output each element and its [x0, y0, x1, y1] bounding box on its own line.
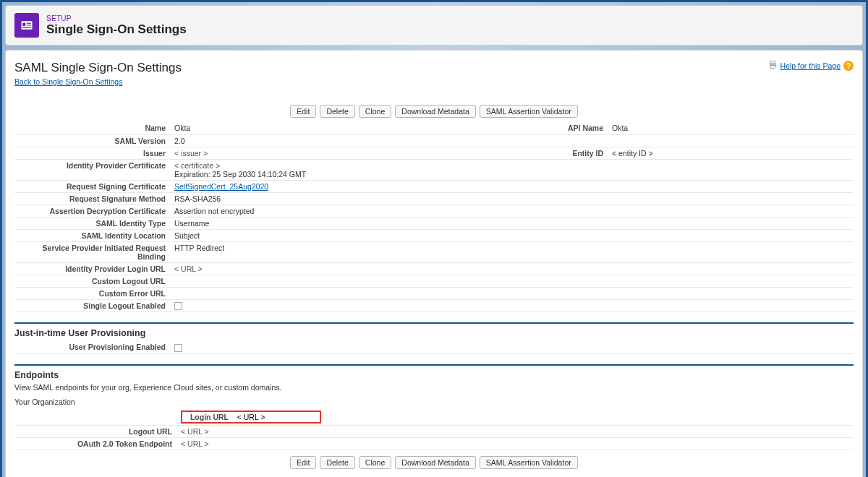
download-metadata-button[interactable]: Download Metadata	[395, 105, 475, 118]
endpoints-heading: Endpoints	[14, 364, 854, 380]
value-sp-binding: HTTP Redirect	[170, 241, 854, 262]
setup-label: SETUP	[46, 14, 187, 22]
value-idp-login-url: < URL >	[174, 265, 203, 273]
page-title: SAML Single Sign-On Settings	[14, 61, 182, 75]
delete-button[interactable]: Delete	[320, 105, 354, 118]
saml-validator-button[interactable]: SAML Assertion Validator	[480, 105, 578, 118]
value-saml-version: 2.0	[170, 134, 854, 147]
row-assertion-decrypt: Assertion Decryption Certificate Asserti…	[14, 205, 854, 217]
label-idp-login-url: Identity Provider Login URL	[14, 262, 170, 275]
label-api-name: API Name	[535, 122, 608, 134]
svg-rect-1	[22, 23, 25, 26]
value-login-url: < URL >	[237, 413, 317, 421]
label-saml-version: SAML Version	[14, 134, 170, 147]
label-oauth-endpoint: OAuth 2.0 Token Endpoint	[14, 437, 176, 450]
label-assertion-decrypt: Assertion Decryption Certificate	[14, 205, 170, 217]
label-custom-logout: Custom Logout URL	[14, 275, 170, 287]
help-icon[interactable]: ?	[843, 61, 854, 71]
content-panel: SAML Single Sign-On Settings Back to Sin…	[5, 50, 863, 477]
setup-header: SETUP Single Sign-On Settings	[5, 5, 863, 46]
value-identity-location: Subject	[170, 229, 854, 241]
delete-button-bottom[interactable]: Delete	[320, 456, 354, 469]
value-issuer: < issuer >	[174, 149, 208, 158]
button-row-top: Edit Delete Clone Download Metadata SAML…	[14, 105, 854, 118]
value-identity-type: Username	[170, 217, 854, 229]
label-identity-type: SAML Identity Type	[14, 217, 170, 229]
label-sp-binding: Service Provider Initiated Request Bindi…	[14, 241, 170, 262]
label-idp-cert: Identity Provider Certificate	[14, 159, 170, 180]
value-name: Okta	[170, 122, 535, 134]
row-login-url: Login URL < URL >	[14, 409, 854, 426]
svg-rect-3	[27, 25, 31, 25]
edit-button[interactable]: Edit	[290, 105, 316, 118]
row-idp-cert: Identity Provider Certificate < certific…	[14, 159, 854, 180]
value-idp-cert-line1: < certificate >	[174, 161, 849, 170]
saml-validator-button-bottom[interactable]: SAML Assertion Validator	[480, 456, 578, 469]
label-req-sig-method: Request Signature Method	[14, 192, 170, 205]
value-custom-error	[170, 287, 854, 299]
setup-title: Single Sign-On Settings	[46, 22, 187, 37]
value-req-sig-method: RSA-SHA256	[170, 192, 854, 205]
label-name: Name	[14, 122, 170, 134]
row-identity-type: SAML Identity Type Username	[14, 217, 854, 229]
label-custom-error: Custom Error URL	[14, 287, 170, 299]
value-oauth-endpoint: < URL >	[181, 439, 209, 448]
button-row-bottom: Edit Delete Clone Download Metadata SAML…	[14, 456, 854, 469]
label-logout-url: Logout URL	[14, 425, 176, 437]
value-req-sign-cert[interactable]: SelfSignedCert_25Aug2020	[174, 182, 268, 191]
value-custom-logout	[170, 275, 854, 287]
label-req-sign-cert: Request Signing Certificate	[14, 180, 170, 192]
row-custom-logout: Custom Logout URL	[14, 275, 854, 287]
edit-button-bottom[interactable]: Edit	[290, 456, 316, 469]
value-api-name: Okta	[608, 122, 854, 134]
row-user-provisioning: User Provisioning Enabled	[14, 341, 854, 353]
row-req-sign-cert: Request Signing Certificate SelfSignedCe…	[14, 180, 854, 192]
single-logout-checkbox	[174, 302, 182, 310]
detail-table: Name Okta API Name Okta SAML Version 2.0…	[14, 122, 854, 312]
download-metadata-button-bottom[interactable]: Download Metadata	[395, 456, 475, 469]
row-identity-location: SAML Identity Location Subject	[14, 229, 854, 241]
row-issuer: Issuer < issuer > Entity ID < entity ID …	[14, 147, 854, 159]
value-entity-id: < entity ID >	[612, 149, 653, 158]
clone-button[interactable]: Clone	[359, 105, 391, 118]
endpoints-table: Login URL < URL > Logout URL < URL > OAu…	[14, 409, 854, 450]
row-name: Name Okta API Name Okta	[14, 122, 854, 134]
id-card-icon	[14, 13, 39, 38]
printer-icon[interactable]	[768, 61, 778, 71]
value-assertion-decrypt: Assertion not encrypted	[170, 205, 854, 217]
row-req-sig-method: Request Signature Method RSA-SHA256	[14, 192, 854, 205]
row-sp-binding: Service Provider Initiated Request Bindi…	[14, 241, 854, 262]
label-single-logout: Single Logout Enabled	[14, 299, 170, 312]
label-user-provisioning: User Provisioning Enabled	[14, 341, 170, 353]
clone-button-bottom[interactable]: Clone	[359, 456, 391, 469]
svg-rect-4	[22, 27, 31, 28]
label-identity-location: SAML Identity Location	[14, 229, 170, 241]
back-link[interactable]: Back to Single Sign-On Settings	[14, 77, 122, 86]
value-logout-url: < URL >	[181, 427, 209, 436]
row-logout-url: Logout URL < URL >	[14, 425, 854, 437]
endpoints-desc: View SAML endpoints for your org, Experi…	[14, 383, 854, 392]
row-custom-error: Custom Error URL	[14, 287, 854, 299]
svg-rect-2	[27, 23, 31, 24]
jit-heading: Just-in-time User Provisioning	[14, 322, 854, 338]
svg-rect-7	[770, 66, 775, 69]
help-link[interactable]: Help for this Page	[780, 61, 841, 70]
your-org-label: Your Organization	[14, 398, 854, 406]
svg-rect-5	[770, 61, 775, 64]
row-saml-version: SAML Version 2.0	[14, 134, 854, 147]
label-entity-id: Entity ID	[535, 147, 608, 159]
row-oauth-endpoint: OAuth 2.0 Token Endpoint < URL >	[14, 437, 854, 450]
user-provisioning-checkbox	[174, 344, 182, 352]
label-login-url: Login URL	[185, 413, 229, 421]
value-idp-cert-line2: Expiration: 25 Sep 2030 14:10:24 GMT	[174, 170, 849, 179]
label-issuer: Issuer	[14, 147, 170, 159]
row-idp-login-url: Identity Provider Login URL < URL >	[14, 262, 854, 275]
row-single-logout: Single Logout Enabled	[14, 299, 854, 312]
login-url-highlight: Login URL < URL >	[181, 411, 321, 424]
